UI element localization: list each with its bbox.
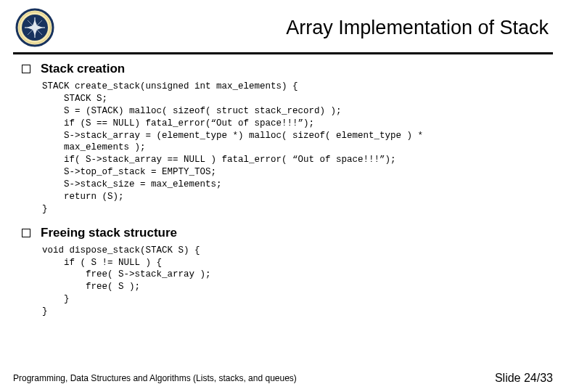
seal-logo-icon — [13, 6, 57, 49]
square-bullet-icon — [22, 229, 30, 237]
slide-header: Array Implementation of Stack — [0, 0, 566, 52]
code-block: void dispose_stack(STACK S) { if ( S != … — [42, 245, 547, 318]
section-freeing-stack: Freeing stack structure void dispose_sta… — [22, 226, 547, 318]
section-title: Stack creation — [41, 62, 125, 76]
slide: Array Implementation of Stack Stack crea… — [0, 0, 566, 392]
section-stack-creation: Stack creation STACK create_stack(unsign… — [22, 62, 547, 216]
square-bullet-icon — [22, 65, 30, 73]
divider — [13, 52, 553, 54]
slide-title: Array Implementation of Stack — [57, 17, 553, 39]
slide-content: Stack creation STACK create_stack(unsign… — [0, 62, 566, 318]
code-block: STACK create_stack(unsigned int max_elem… — [42, 81, 547, 216]
section-head: Stack creation — [22, 62, 547, 76]
footer-left-text: Programming, Data Structures and Algorit… — [13, 373, 297, 383]
slide-number: Slide 24/33 — [495, 372, 553, 385]
section-head: Freeing stack structure — [22, 226, 547, 240]
section-title: Freeing stack structure — [41, 226, 177, 240]
slide-footer: Programming, Data Structures and Algorit… — [0, 372, 566, 385]
